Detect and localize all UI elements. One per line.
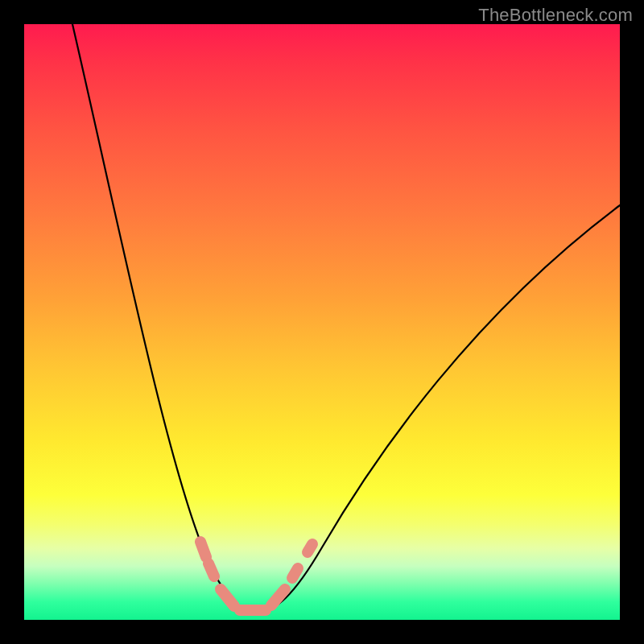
plot-area [24,24,620,620]
highlight-segments [200,542,312,610]
highlight-seg-2 [221,589,234,606]
highlight-seg-1 [208,564,214,576]
highlight-seg-5 [292,568,298,578]
highlight-seg-4 [271,589,285,605]
black-v-curve [72,24,620,612]
chart-svg [24,24,620,620]
watermark-text: TheBottleneck.com [478,5,633,26]
highlight-seg-0 [200,542,206,557]
highlight-seg-6 [308,544,312,552]
outer-frame: TheBottleneck.com [0,0,644,644]
